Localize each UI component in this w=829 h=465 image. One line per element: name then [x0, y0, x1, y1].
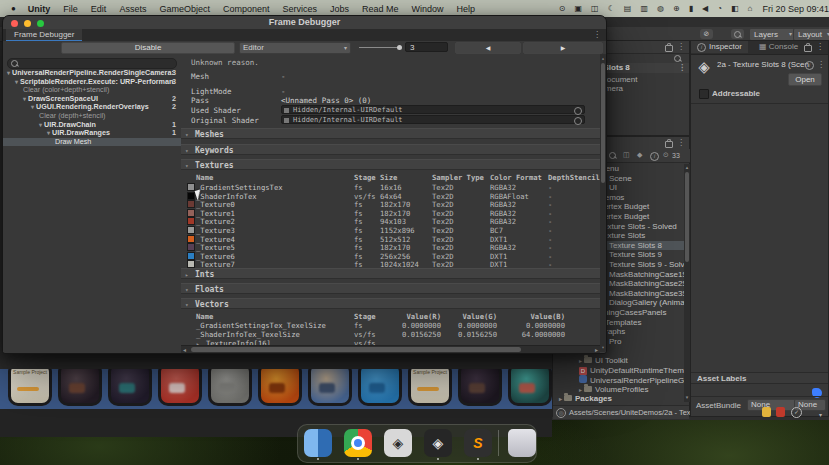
open-button[interactable]: Open — [788, 73, 822, 86]
asset-thumbnail-sample-project-card[interactable]: Sample Project — [408, 369, 452, 406]
status-icon-9[interactable]: ▮ — [689, 0, 693, 17]
project-item[interactable]: UniversalRenderPipelineGlobalSet — [553, 375, 684, 385]
frame-number-field[interactable]: 3 — [405, 42, 448, 52]
dock-sublime-icon[interactable]: S — [464, 429, 492, 457]
object-picker-icon[interactable] — [574, 107, 582, 115]
status-icon-6[interactable]: ▥ — [640, 0, 648, 17]
error-icon[interactable] — [776, 407, 785, 417]
asset-thumbnail-dark-scene-2[interactable] — [458, 369, 502, 406]
dock-trash-icon[interactable] — [508, 429, 536, 457]
menu-component[interactable]: Component — [223, 4, 270, 14]
event-tree-row[interactable]: Draw Mesh — [3, 138, 181, 147]
kebab-menu-icon[interactable]: ⋮ — [677, 42, 685, 51]
event-tree-row[interactable]: Clear (color+depth+stencil) — [3, 86, 181, 95]
menu-window[interactable]: Window — [412, 4, 444, 14]
addressable-checkbox[interactable] — [699, 89, 709, 99]
lock-icon[interactable] — [665, 45, 673, 52]
details-vertical-scrollbar[interactable]: ▴ ▾ — [600, 54, 606, 352]
project-item[interactable]: ▸Packages — [553, 394, 684, 404]
tab-console[interactable]: ▦ Console — [753, 41, 804, 53]
kebab-menu-icon[interactable]: ⋮ — [593, 30, 601, 39]
menu-read-me[interactable]: Read Me — [362, 4, 399, 14]
dock-unity-icon[interactable]: ◈ — [424, 429, 452, 457]
next-frame-button[interactable]: ▶ — [523, 42, 603, 54]
kebab-menu-icon[interactable]: ⋮ — [817, 60, 825, 69]
original-shader-field[interactable]: Hidden/Internal-UIRDefault — [281, 115, 585, 124]
asset-thumbnail-character-art[interactable] — [308, 369, 352, 406]
prev-frame-button[interactable]: ◀ — [455, 42, 521, 54]
texture-row[interactable]: _Texture2fs94x103Tex2DRGBA32- — [181, 216, 600, 225]
menu-unity[interactable]: Unity — [28, 4, 51, 14]
search-icon[interactable] — [609, 152, 616, 159]
asset-thumbnail-blue-pattern[interactable] — [358, 369, 402, 406]
status-icon-8[interactable]: ⊕ — [673, 0, 680, 17]
event-search-input[interactable] — [7, 58, 177, 69]
object-picker-icon[interactable] — [574, 117, 582, 125]
search-icon[interactable] — [731, 29, 744, 39]
texture-row[interactable]: _GradientSettingsTexfs16x16Tex2DRGBA32- — [181, 182, 600, 191]
asset-thumbnail-fantasy-scene[interactable] — [108, 369, 152, 406]
status-icon-11[interactable]: ◔ — [717, 0, 722, 17]
status-icon-13[interactable]: ⌂ — [748, 0, 753, 17]
section-keywords[interactable]: ▾Keywords — [181, 144, 600, 155]
section-meshes[interactable]: ▾Meshes — [181, 128, 600, 139]
event-tree-row[interactable]: ▾UGUI.Rendering.RenderOverlays2 — [3, 103, 181, 112]
vector-row[interactable]: _GradientSettingsTex_TexelSizefs0.000000… — [181, 321, 600, 330]
asset-thumbnail-red-grill-icon[interactable] — [158, 369, 202, 406]
menu-edit[interactable]: Edit — [91, 4, 107, 14]
menu-gameobject[interactable]: GameObject — [159, 4, 210, 14]
kebab-menu-icon[interactable]: ⋮ — [677, 138, 685, 147]
status-icon-10[interactable]: ◀ — [702, 0, 708, 17]
frame-slider-handle[interactable] — [397, 45, 402, 50]
asset-thumbnail-lava-texture[interactable] — [258, 369, 302, 406]
event-tree-row[interactable]: ▾UIR.DrawRanges1 — [3, 129, 181, 138]
event-tree-row[interactable]: ▾UniversalRenderPipeline.RenderSingleCam… — [3, 69, 181, 78]
menu-assets[interactable]: Assets — [119, 4, 146, 14]
menu-file[interactable]: File — [63, 4, 78, 14]
kebab-menu-icon[interactable]: ⋮ — [816, 42, 824, 51]
lock-icon[interactable] — [665, 141, 673, 148]
menu-help[interactable]: Help — [457, 4, 476, 14]
tab-inspector[interactable]: iInspector — [691, 41, 748, 53]
project-item[interactable]: ▸VolumeProfiles — [553, 385, 684, 395]
asset-thumbnail-cliff-texture[interactable] — [208, 369, 252, 406]
hierarchy-search-icon[interactable] — [674, 55, 681, 62]
section-ints[interactable]: ▸Ints — [181, 268, 600, 279]
asset-thumbnail-teal-character[interactable] — [508, 369, 552, 406]
status-icon-4[interactable]: ☾ — [608, 0, 615, 17]
dock-chrome-icon[interactable] — [344, 429, 372, 457]
texture-row[interactable]: _Texture0fs182x170Tex2DRGBA32- — [181, 199, 600, 208]
label-icon[interactable]: ◆ — [637, 151, 642, 159]
lock-icon[interactable] — [804, 45, 812, 52]
info-icon[interactable]: i — [650, 152, 659, 161]
texture-row[interactable]: _Texture5fs182x170Tex2DRGBA32- — [181, 242, 600, 251]
details-horizontal-scrollbar[interactable]: ◂ ▸ — [181, 345, 600, 353]
check-icon[interactable]: ✓ — [791, 407, 802, 418]
apple-menu-icon[interactable]: ● — [11, 4, 16, 13]
collab-icon[interactable]: ⊘ — [700, 29, 713, 39]
event-tree-row[interactable]: Clear (depth+stencil) — [3, 112, 181, 121]
texture-row[interactable]: _Texture7fs1024x1024Tex2DDXT1- — [181, 259, 600, 268]
texture-row[interactable]: _Texture1fs182x170Tex2DRGBA32- — [181, 208, 600, 217]
section-floats[interactable]: ▾Floats — [181, 283, 600, 294]
status-icon-5[interactable]: ▤ — [624, 0, 632, 17]
dock-unity-hub-icon[interactable]: ◈ — [384, 429, 412, 457]
section-textures[interactable]: ▾Textures — [181, 159, 600, 170]
menu-jobs[interactable]: Jobs — [330, 4, 349, 14]
status-icon-7[interactable]: ◍ — [657, 0, 664, 17]
texture-row[interactable]: _Texture3fs1152x896Tex2DBC7- — [181, 225, 600, 234]
event-tree-row[interactable]: ▾DrawScreenSpaceUI2 — [3, 95, 181, 104]
eye-icon[interactable]: ⊙ — [663, 151, 669, 159]
frame-slider[interactable] — [359, 47, 399, 48]
texture-row[interactable]: _Texture4fs512x512Tex2DDXT1- — [181, 234, 600, 243]
used-shader-field[interactable]: Hidden/Internal-UIRDefault — [281, 105, 585, 114]
vector-row[interactable]: _ShaderInfoTex_TexelSizevs/fs0.01562500.… — [181, 330, 600, 339]
asset-thumbnail-dark-scene[interactable] — [58, 369, 102, 406]
texture-row[interactable]: _ShaderInfoTexvs/fs64x64Tex2DRGBAFloat- — [181, 191, 600, 200]
disable-button[interactable]: Disable — [61, 42, 235, 54]
project-item[interactable]: ▸UI Toolkit — [553, 356, 684, 366]
asset-labels-header[interactable]: Asset Labels — [691, 372, 828, 384]
prefab-icon[interactable]: ◫ — [623, 151, 630, 159]
event-tree-row[interactable]: ▾UIR.DrawChain1 — [3, 121, 181, 130]
info-icon[interactable]: i — [805, 61, 814, 70]
